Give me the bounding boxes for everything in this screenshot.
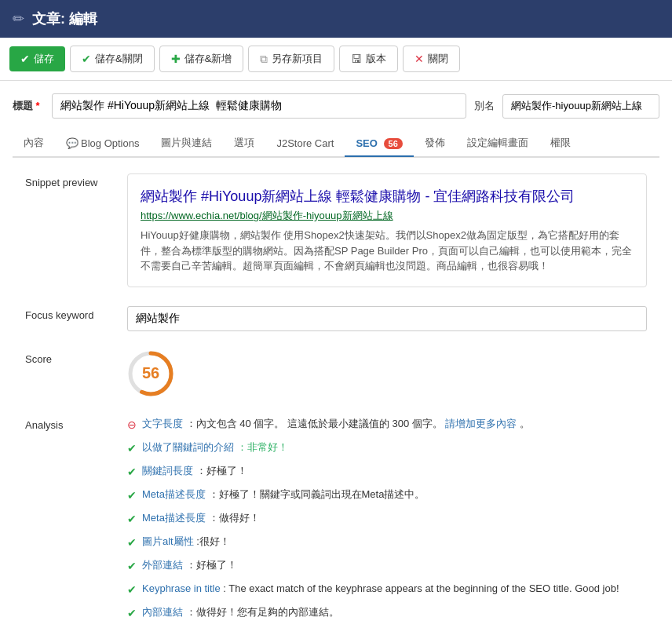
ok-icon-7: ✔ [127, 582, 137, 598]
keyphrase-title-link[interactable]: Keyphrase in title [142, 582, 221, 594]
snippet-description: HiYouup好健康購物，網站製作 使用Shopex2快速架站。我們以Shope… [141, 228, 634, 274]
meta-desc-length1-link[interactable]: Meta描述長度 [142, 488, 206, 500]
text-length-link[interactable]: 文字長度 [142, 418, 183, 429]
tab-editor-settings[interactable]: 設定編輯畫面 [456, 130, 539, 158]
analysis-item-meta-desc-length2: ✔ Meta描述長度 ：做得好！ [127, 510, 647, 528]
save-close-button[interactable]: ✔ 儲存&關閉 [70, 46, 155, 72]
ok-icon-8: ✔ [127, 605, 137, 618]
ok-icon-5: ✔ [127, 535, 137, 551]
analysis-list: ⊖ 文字長度 ：內文包含 40 個字。 這遠低於最小建議值的 300 個字。 請… [127, 416, 647, 618]
analysis-item-external-links: ✔ 外部連結 ：好極了！ [127, 557, 647, 575]
alias-label: 別名 [474, 99, 495, 113]
analysis-item-keyword-intro: ✔ 以做了關鍵詞的介紹 ：非常好！ [127, 440, 647, 457]
snippet-url-slug: 網站製作-hiyouup新網站上線 [262, 210, 393, 221]
chat-icon: 💬 [66, 137, 79, 149]
seo-panel: Snippet preview 網站製作 #HiYouup新網站上線 輕鬆健康購… [13, 158, 659, 617]
tab-seo[interactable]: SEO 56 [345, 131, 413, 157]
copy-button[interactable]: ⧉ 另存新項目 [248, 46, 334, 72]
analysis-label: Analysis [25, 416, 127, 431]
score-label: Score [25, 350, 127, 365]
page-title: 文章: 編輯 [32, 9, 97, 28]
tab-publish[interactable]: 發佈 [414, 130, 456, 158]
plus-icon: ✚ [171, 53, 181, 65]
snippet-box: 網站製作 #HiYouup新網站上線 輕鬆健康購物 - 宜佳網路科技有限公司 h… [127, 173, 647, 287]
img-alt-link[interactable]: 圖片alt屬性 [142, 535, 194, 547]
internal-links-link[interactable]: 內部連結 [142, 606, 183, 618]
versions-button[interactable]: 🖫 版本 [339, 46, 398, 72]
title-label: 標題 * [13, 99, 44, 113]
content-area: 標題 * 別名 內容 💬Blog Options 圖片與連結 選項 J2Stor… [0, 81, 672, 617]
snippet-preview-label: Snippet preview [25, 173, 127, 188]
analysis-item-img-alt: ✔ 圖片alt屬性 :很好！ [127, 534, 647, 551]
required-marker: * [33, 100, 40, 111]
tab-images-links[interactable]: 圖片與連結 [150, 130, 223, 158]
focus-keyword-label: Focus keyword [25, 306, 127, 321]
alias-input[interactable] [502, 94, 659, 119]
analysis-item-internal-links: ✔ 內部連結 ：做得好！您有足夠的內部連結。 [127, 604, 647, 618]
focus-keyword-content [127, 306, 647, 331]
score-circle: 56 [127, 350, 174, 397]
analysis-content: ⊖ 文字長度 ：內文包含 40 個字。 這遠低於最小建議值的 300 個字。 請… [127, 416, 647, 618]
save-new-button[interactable]: ✚ 儲存&新增 [159, 46, 244, 72]
snippet-title[interactable]: 網站製作 #HiYouup新網站上線 輕鬆健康購物 - 宜佳網路科技有限公司 [141, 187, 634, 206]
tab-permissions[interactable]: 權限 [539, 130, 582, 158]
check-icon: ✔ [82, 53, 91, 65]
page-header: ✏ 文章: 編輯 [0, 0, 672, 38]
analysis-item-text-length: ⊖ 文字長度 ：內文包含 40 個字。 這遠低於最小建議值的 300 個字。 請… [127, 416, 647, 433]
keyword-length-link[interactable]: 關鍵詞長度 [142, 465, 193, 476]
score-value: 56 [142, 364, 159, 382]
analysis-item-keyword-length: ✔ 關鍵詞長度 ：好極了！ [127, 463, 647, 480]
snippet-preview-content: 網站製作 #HiYouup新網站上線 輕鬆健康購物 - 宜佳網路科技有限公司 h… [127, 173, 647, 287]
tab-blog-options[interactable]: 💬Blog Options [55, 131, 150, 157]
analysis-item-meta-desc-length1: ✔ Meta描述長度 ：好極了！關鍵字或同義詞出現在Meta描述中。 [127, 487, 647, 504]
x-icon: ✕ [415, 53, 424, 65]
tab-j2store[interactable]: J2Store Cart [265, 131, 345, 157]
close-button[interactable]: ✕ 關閉 [403, 46, 460, 72]
snippet-url: https://www.echia.net/blog/網站製作-hiyouup新… [141, 209, 634, 223]
error-icon: ⊖ [127, 417, 137, 433]
title-row: 標題 * 別名 [13, 93, 659, 119]
toolbar: ✔ 儲存 ✔ 儲存&關閉 ✚ 儲存&新增 ⧉ 另存新項目 🖫 版本 ✕ 關閉 [0, 38, 672, 81]
ok-icon-4: ✔ [127, 511, 137, 528]
focus-keyword-input[interactable] [127, 306, 647, 331]
keyword-intro-link[interactable]: 以做了關鍵詞的介紹 [142, 441, 234, 453]
title-input[interactable] [52, 93, 466, 119]
add-content-link[interactable]: 請增加更多內容 [445, 418, 517, 429]
seo-badge: 56 [384, 138, 403, 149]
edit-icon: ✏ [13, 10, 24, 27]
hdd-icon: 🖫 [351, 53, 362, 65]
analysis-item-keyphrase-title: ✔ Keyphrase in title : The exact match o… [127, 581, 647, 598]
tabs-bar: 內容 💬Blog Options 圖片與連結 選項 J2Store Cart S… [13, 130, 659, 158]
meta-desc-length2-link[interactable]: Meta描述長度 [142, 512, 206, 524]
copy-icon: ⧉ [260, 53, 268, 66]
ok-icon-3: ✔ [127, 487, 137, 504]
focus-keyword-row: Focus keyword [25, 306, 647, 331]
score-content: 56 [127, 350, 647, 397]
external-links-link[interactable]: 外部連結 [142, 559, 183, 571]
save-icon: ✔ [20, 53, 30, 65]
tab-content[interactable]: 內容 [13, 130, 55, 158]
ok-icon: ✔ [127, 440, 137, 457]
save-button[interactable]: ✔ 儲存 [9, 46, 65, 71]
ok-icon-6: ✔ [127, 558, 137, 575]
snippet-preview-row: Snippet preview 網站製作 #HiYouup新網站上線 輕鬆健康購… [25, 173, 647, 287]
analysis-row: Analysis ⊖ 文字長度 ：內文包含 40 個字。 這遠低於最小建議值的 … [25, 416, 647, 618]
score-row: Score 56 [25, 350, 647, 397]
ok-icon-2: ✔ [127, 464, 137, 480]
tab-options[interactable]: 選項 [223, 130, 265, 158]
